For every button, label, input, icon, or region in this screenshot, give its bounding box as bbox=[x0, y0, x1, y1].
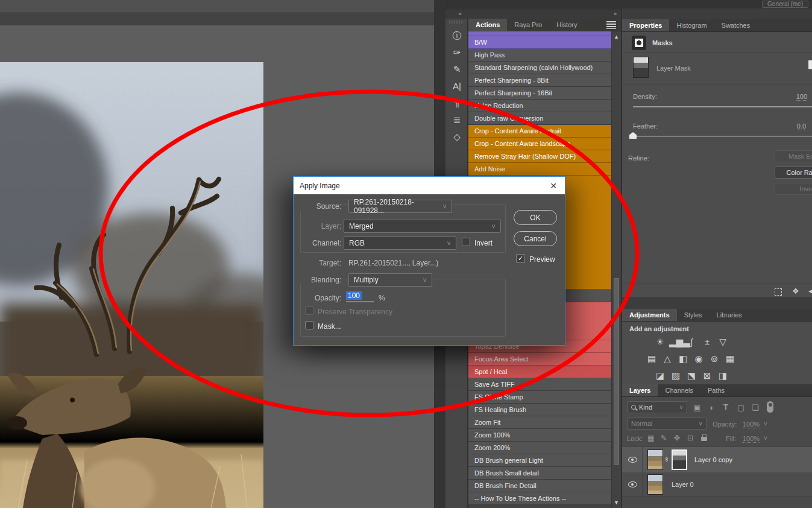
filter-adjustment-layers-icon[interactable]: ◑ bbox=[708, 403, 713, 412]
black-white-icon[interactable]: ◧ bbox=[676, 353, 690, 365]
apply-mask-icon[interactable]: ❖ bbox=[792, 287, 799, 296]
visibility-eye-icon[interactable] bbox=[628, 457, 637, 463]
action-row[interactable]: -- How To Use These Actions -- bbox=[468, 492, 611, 505]
preserve-transparency-checkbox[interactable] bbox=[305, 306, 313, 315]
action-row[interactable]: Crop - Content Aware landscape bbox=[468, 138, 611, 150]
cancel-button[interactable]: Cancel bbox=[514, 231, 557, 246]
character-panel-icon[interactable]: A| bbox=[445, 79, 468, 94]
color-range-button[interactable]: Color Range... bbox=[775, 167, 812, 179]
threshold-icon[interactable]: ⬔ bbox=[685, 370, 698, 382]
action-row-hidden[interactable] bbox=[468, 31, 611, 36]
mask-link-icon[interactable]: ∞ bbox=[664, 457, 670, 462]
action-row[interactable]: FS Clone Stamp bbox=[468, 391, 611, 404]
action-row[interactable]: High Pass bbox=[468, 49, 611, 62]
source-dropdown[interactable]: RP.261-20150218-091928... ˅ bbox=[348, 200, 452, 213]
opacity-input[interactable]: 100 bbox=[346, 291, 374, 302]
layer-thumbnail[interactable] bbox=[647, 474, 663, 495]
density-slider[interactable] bbox=[633, 106, 812, 107]
close-icon[interactable]: ✕ bbox=[548, 180, 559, 191]
chevron-down-icon[interactable]: ˅ bbox=[764, 435, 767, 442]
tab-layers[interactable]: Layers bbox=[622, 384, 658, 396]
invert-button[interactable]: Invert bbox=[775, 183, 812, 195]
layer-name[interactable]: Layer 0 copy bbox=[694, 456, 732, 463]
action-row[interactable]: Standard Sharpening (calvin Hollywood) bbox=[468, 62, 611, 74]
action-row[interactable]: Focus Area Select bbox=[468, 353, 611, 366]
lock-transparency-icon[interactable]: ▦ bbox=[647, 434, 654, 442]
dock-grip[interactable] bbox=[449, 21, 464, 24]
filter-pixel-layers-icon[interactable]: ▣ bbox=[693, 403, 700, 412]
load-selection-icon[interactable] bbox=[775, 288, 782, 296]
blending-dropdown[interactable]: Multiply ˅ bbox=[348, 273, 432, 287]
action-row[interactable]: Save As TIFF bbox=[468, 378, 611, 391]
action-row[interactable]: Remove Stray Hair (Shallow DOF) bbox=[468, 150, 611, 163]
action-row[interactable]: Zoom Fit bbox=[468, 416, 611, 429]
channel-mixer-icon[interactable]: ⊚ bbox=[708, 353, 721, 365]
layer-row[interactable]: Layer 0 bbox=[622, 472, 812, 497]
color-balance-icon[interactable]: △ bbox=[661, 353, 674, 365]
tab-actions[interactable]: Actions bbox=[468, 19, 507, 31]
visibility-eye-icon[interactable] bbox=[628, 481, 637, 487]
tab-paths[interactable]: Paths bbox=[700, 384, 732, 396]
action-row[interactable]: Noise Reduction bbox=[468, 100, 611, 112]
posterize-icon[interactable]: ▨ bbox=[669, 370, 682, 382]
action-row[interactable]: Spot / Heal bbox=[468, 366, 611, 378]
layer-dropdown[interactable]: Merged ˅ bbox=[344, 220, 501, 233]
invert-icon[interactable]: ◪ bbox=[653, 370, 667, 382]
chevron-down-icon[interactable]: ˅ bbox=[764, 421, 767, 427]
layer-filter-toggle[interactable] bbox=[767, 401, 773, 413]
blend-mode-dropdown[interactable]: Normal ˅ bbox=[627, 418, 707, 430]
workspace-switcher-button[interactable]: General (me) bbox=[762, 1, 808, 8]
collapse-left-dock-icon[interactable]: « bbox=[459, 11, 461, 17]
3d-panel-icon[interactable]: ◇ bbox=[445, 130, 468, 144]
lock-paint-icon[interactable]: ✎ bbox=[661, 434, 667, 442]
curves-icon[interactable]: ∫ bbox=[685, 336, 698, 348]
collapse-actions-dock-icon[interactable]: » bbox=[614, 11, 616, 17]
mask-checkbox[interactable] bbox=[305, 321, 313, 329]
color-lookup-icon[interactable]: ▦ bbox=[723, 353, 737, 365]
action-row[interactable]: Perfect Sharpening - 16Bit bbox=[468, 87, 611, 100]
invert-checkbox[interactable] bbox=[462, 238, 470, 246]
exposure-icon[interactable]: ± bbox=[700, 336, 714, 348]
tab-swatches[interactable]: Swatches bbox=[714, 19, 758, 31]
mask-edge-button[interactable]: Mask Edge... bbox=[775, 150, 812, 162]
action-row[interactable]: Zoom 100% bbox=[468, 429, 611, 442]
brush-presets-panel-icon[interactable]: ✑ bbox=[445, 45, 468, 60]
tab-properties[interactable]: Properties bbox=[622, 19, 669, 31]
paragraph-panel-icon[interactable]: ¶ bbox=[445, 96, 468, 110]
photo-filter-icon[interactable]: ◉ bbox=[692, 353, 705, 365]
feather-slider[interactable] bbox=[633, 136, 812, 137]
info-panel-icon[interactable]: ⓘ bbox=[445, 28, 468, 43]
filter-type-layers-icon[interactable]: T bbox=[723, 402, 728, 411]
tab-adjustments[interactable]: Adjustments bbox=[622, 309, 677, 321]
layer-thumbnail[interactable] bbox=[647, 449, 663, 470]
tab-histogram[interactable]: Histogram bbox=[669, 19, 714, 31]
filter-shape-layers-icon[interactable]: ▢ bbox=[737, 403, 744, 412]
tab-raya-pro[interactable]: Raya Pro bbox=[507, 19, 549, 31]
action-row[interactable]: DB Brush Fine Detail bbox=[468, 480, 611, 492]
hue-saturation-icon[interactable]: ▤ bbox=[645, 353, 658, 365]
scroll-up-icon[interactable]: ▲ bbox=[614, 34, 619, 40]
action-row[interactable]: Perfect Sharpening - 8Bit bbox=[468, 74, 611, 87]
action-row[interactable]: Add Noise bbox=[468, 163, 611, 176]
vibrance-icon[interactable]: ▽ bbox=[716, 336, 729, 348]
preview-checkbox[interactable]: ✓ bbox=[516, 254, 525, 263]
levels-icon[interactable]: ▂▆▃ bbox=[669, 336, 682, 348]
channel-dropdown[interactable]: RGB ˅ bbox=[344, 237, 456, 250]
tab-history[interactable]: History bbox=[549, 19, 584, 31]
selective-color-icon[interactable]: ◨ bbox=[716, 370, 729, 382]
action-row[interactable]: Double raw Conversion bbox=[468, 112, 611, 125]
feather-value[interactable]: 0.0 bbox=[797, 122, 806, 130]
filter-smart-objects-icon[interactable]: ❏ bbox=[752, 403, 759, 412]
action-row[interactable]: DB Brush Small detail bbox=[468, 467, 611, 480]
layer-row-selected[interactable]: ∞ Layer 0 copy bbox=[622, 447, 812, 472]
mask-options-button[interactable] bbox=[808, 60, 812, 70]
density-value[interactable]: 100 bbox=[796, 93, 807, 101]
dialog-title[interactable]: Apply Image bbox=[294, 177, 565, 194]
gradient-map-icon[interactable]: ⊠ bbox=[700, 370, 714, 382]
tab-libraries[interactable]: Libraries bbox=[710, 309, 749, 321]
feather-slider-thumb[interactable] bbox=[629, 132, 637, 139]
tab-styles[interactable]: Styles bbox=[677, 309, 710, 321]
tab-channels[interactable]: Channels bbox=[658, 384, 700, 396]
panel-collapse-icon[interactable]: ◀ bbox=[808, 287, 812, 295]
layer-filter-kind-dropdown[interactable]: Kind ˅ bbox=[627, 401, 687, 413]
